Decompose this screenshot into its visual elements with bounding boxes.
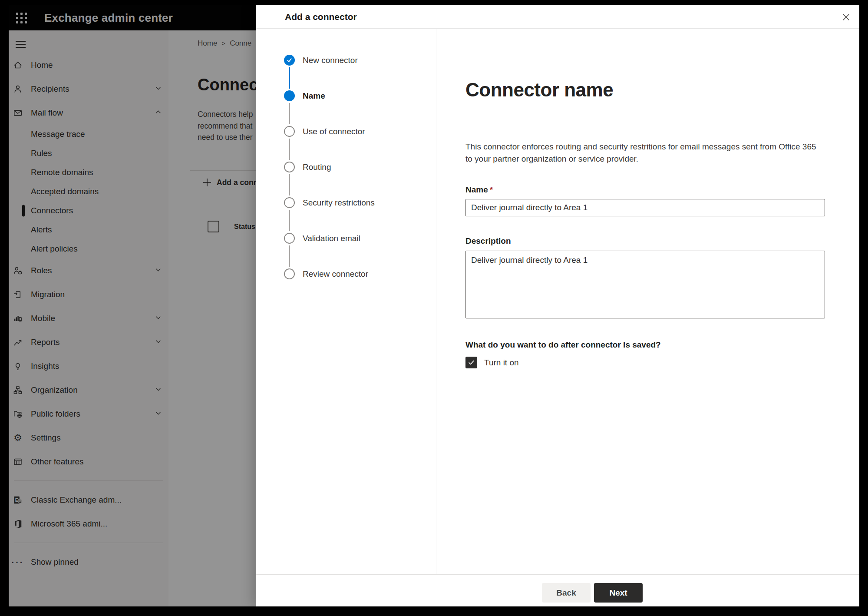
step-label: New connector	[303, 55, 358, 66]
panel-header: Add a connector	[256, 5, 859, 29]
wizard-step-security-restrictions[interactable]: Security restrictions	[284, 197, 436, 233]
wizard-step-routing[interactable]: Routing	[284, 162, 436, 197]
step-label: Use of connector	[303, 126, 365, 137]
wizard-step-name[interactable]: Name	[284, 90, 436, 126]
check-icon	[287, 57, 292, 63]
modal-dim-overlay	[9, 5, 256, 606]
wizard-step-use-of-connector[interactable]: Use of connector	[284, 126, 436, 162]
wizard-step-review-connector[interactable]: Review connector	[284, 268, 436, 304]
wizard-steps: New connector Name Use of connector Rout…	[256, 29, 436, 574]
back-button[interactable]: Back	[542, 583, 591, 603]
step-label: Review connector	[303, 268, 368, 279]
name-label: Name*	[465, 185, 823, 195]
required-asterisk: *	[490, 185, 493, 194]
step-circle	[284, 162, 295, 172]
step-title: Connector name	[465, 77, 823, 103]
step-circle	[284, 90, 295, 101]
step-connector-line	[289, 210, 290, 231]
step-connector-line	[289, 174, 290, 195]
step-connector-line	[289, 67, 290, 89]
description-label: Description	[465, 236, 823, 246]
name-field[interactable]	[465, 199, 825, 216]
step-connector-line	[289, 139, 290, 160]
step-circle	[284, 126, 295, 137]
step-label: Validation email	[303, 233, 360, 244]
close-icon[interactable]	[840, 11, 851, 23]
step-connector-line	[289, 103, 290, 124]
turn-on-label: Turn it on	[484, 358, 519, 368]
panel-title: Add a connector	[285, 5, 357, 28]
step-description: This connector enforces routing and secu…	[465, 141, 823, 165]
step-circle	[284, 233, 295, 244]
step-circle	[284, 197, 295, 208]
turn-on-checkbox-row[interactable]: Turn it on	[465, 357, 823, 368]
step-connector-line	[289, 245, 290, 267]
step-label: Name	[303, 90, 325, 101]
step-circle	[284, 268, 295, 279]
screen: Exchange admin center Home Recipients Ma…	[9, 5, 859, 606]
after-save-question: What do you want to do after connector i…	[465, 340, 823, 350]
wizard-step-new-connector[interactable]: New connector	[284, 55, 436, 90]
wizard-step-content: Connector name This connector enforces r…	[436, 29, 859, 574]
next-button[interactable]: Next	[594, 583, 643, 603]
wizard-step-validation-email[interactable]: Validation email	[284, 233, 436, 268]
description-field[interactable]: Deliver journal directly to Area 1	[465, 251, 825, 318]
turn-on-checkbox[interactable]	[465, 357, 477, 368]
panel-footer: Back Next	[256, 574, 859, 606]
step-circle	[284, 55, 295, 66]
step-label: Routing	[303, 162, 331, 172]
step-label: Security restrictions	[303, 197, 375, 208]
add-connector-panel: Add a connector New connector Name	[256, 5, 859, 606]
